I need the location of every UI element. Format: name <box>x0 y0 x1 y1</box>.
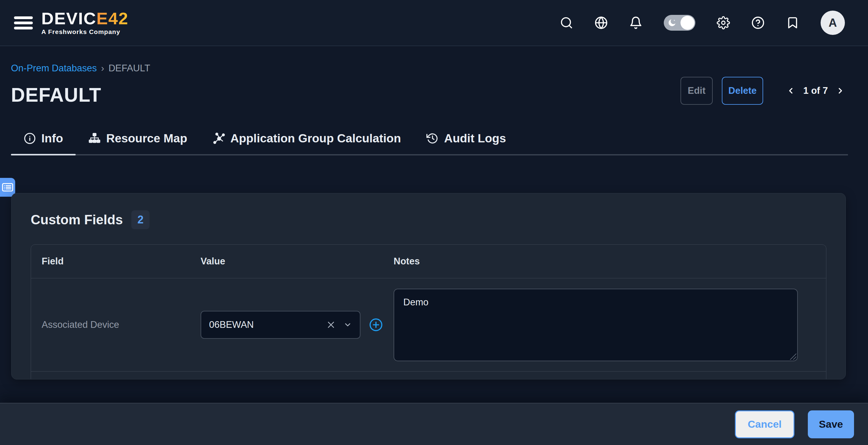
tab-resource-map[interactable]: Resource Map <box>76 132 200 154</box>
tab-info[interactable]: Info <box>11 132 76 154</box>
toggle-knob <box>680 16 694 30</box>
avatar-initial: A <box>829 16 837 29</box>
custom-fields-table: Field Value Notes Associated Device 06BE… <box>31 244 826 379</box>
notifications-bell-icon[interactable] <box>629 16 643 29</box>
page-title: DEFAULT <box>11 84 101 106</box>
help-icon[interactable] <box>751 16 765 29</box>
chevron-down-icon[interactable] <box>343 320 352 329</box>
tab-info-label: Info <box>41 132 63 145</box>
next-record-icon[interactable] <box>836 86 845 95</box>
field-label: Associated Device <box>42 319 119 330</box>
logo-text-accent: E42 <box>96 9 129 28</box>
title-action-bar: Edit Delete 1 of 7 <box>680 77 845 105</box>
custom-fields-title: Custom Fields <box>31 212 123 227</box>
info-icon <box>24 132 36 144</box>
column-header-field: Field <box>31 245 190 278</box>
logo-text-primary: DEVIC <box>41 9 96 28</box>
top-navbar: DEVICE42 A Freshworks Company A <box>0 0 868 46</box>
table-row-partial <box>31 371 826 379</box>
user-avatar[interactable]: A <box>820 11 845 35</box>
bookmark-icon[interactable] <box>786 16 799 29</box>
search-icon[interactable] <box>560 16 573 29</box>
breadcrumb-parent-link[interactable]: On-Prem Databases <box>11 63 97 74</box>
globe-icon[interactable] <box>594 16 608 29</box>
sitemap-icon <box>88 132 101 144</box>
breadcrumb-current: DEFAULT <box>108 63 150 74</box>
pagination-label: 1 of 7 <box>803 85 828 96</box>
hamburger-menu-icon[interactable] <box>14 14 33 32</box>
custom-fields-count-badge: 2 <box>131 210 150 229</box>
edit-button[interactable]: Edit <box>680 77 713 105</box>
settings-gear-icon[interactable] <box>717 16 730 29</box>
section-navigator-flyout-button[interactable] <box>0 178 15 197</box>
delete-button[interactable]: Delete <box>722 77 763 105</box>
custom-fields-card: Custom Fields 2 Field Value Notes Associ… <box>11 193 846 379</box>
logo-tagline: A Freshworks Company <box>41 28 129 36</box>
clear-selection-icon[interactable] <box>327 320 336 329</box>
footer-action-bar: Cancel Save <box>0 403 868 445</box>
tab-audit-logs[interactable]: Audit Logs <box>414 132 519 154</box>
dark-mode-toggle[interactable] <box>664 15 695 31</box>
breadcrumb-separator: › <box>101 63 104 74</box>
select-value: 06BEWAN <box>209 319 327 330</box>
record-pagination: 1 of 7 <box>786 85 845 96</box>
table-row: Associated Device 06BEWAN <box>31 278 826 371</box>
add-device-button[interactable] <box>369 318 383 332</box>
moon-icon <box>667 18 677 28</box>
device42-logo[interactable]: DEVICE42 A Freshworks Company <box>41 10 129 36</box>
history-icon <box>426 132 439 144</box>
notes-textarea[interactable]: Demo <box>394 289 798 361</box>
table-header-row: Field Value Notes <box>31 245 826 278</box>
column-header-notes: Notes <box>383 245 826 278</box>
tab-application-group-calculation[interactable]: Application Group Calculation <box>200 132 414 154</box>
notes-cell: Demo <box>383 278 826 371</box>
associated-device-select[interactable]: 06BEWAN <box>200 311 361 339</box>
save-button[interactable]: Save <box>808 410 854 438</box>
field-cell: Associated Device <box>31 278 190 371</box>
tab-resource-map-label: Resource Map <box>106 132 187 145</box>
breadcrumb: On-Prem Databases › DEFAULT <box>11 63 150 74</box>
tab-audit-logs-label: Audit Logs <box>444 132 506 145</box>
column-header-value: Value <box>190 245 383 278</box>
previous-record-icon[interactable] <box>786 86 795 95</box>
tab-bar: Info Resource Map Application Group Calc… <box>11 132 848 156</box>
cancel-button[interactable]: Cancel <box>735 410 795 438</box>
value-cell: 06BEWAN <box>190 278 383 371</box>
hub-network-icon <box>213 132 225 144</box>
tab-application-group-calculation-label: Application Group Calculation <box>230 132 401 145</box>
list-view-icon <box>1 181 14 194</box>
custom-fields-heading: Custom Fields 2 <box>31 210 826 229</box>
header-actions: A <box>560 11 845 35</box>
